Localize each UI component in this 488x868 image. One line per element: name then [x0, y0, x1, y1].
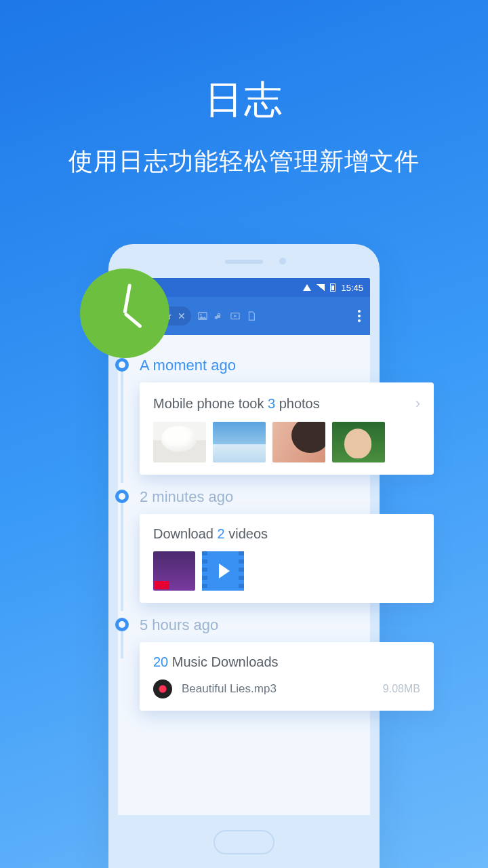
- wifi-icon: [303, 284, 311, 291]
- clock-badge-icon: [80, 269, 169, 358]
- music-row[interactable]: Beautiful Lies.mp3 9.08MB: [153, 679, 420, 698]
- log-card-photos[interactable]: Mobile phone took 3 photos ›: [140, 382, 434, 475]
- battery-icon: [330, 283, 336, 292]
- card-title: 20 Music Downloads: [153, 654, 420, 670]
- doc-tab-icon[interactable]: [247, 311, 256, 321]
- music-filename: Beautiful Lies.mp3: [182, 682, 373, 696]
- log-card-videos[interactable]: Download 2 videos evo: [140, 514, 434, 603]
- card-title: Mobile phone took 3 photos: [153, 396, 415, 412]
- disc-icon: [153, 679, 172, 698]
- entry-time: A moment ago: [140, 358, 434, 373]
- photo-thumbs: [153, 422, 420, 462]
- photo-thumb[interactable]: [332, 422, 385, 462]
- entry-time: 2 minutes ago: [140, 490, 434, 505]
- chip-close-icon[interactable]: ✕: [175, 311, 186, 321]
- photo-thumb[interactable]: [153, 422, 206, 462]
- promo-subtitle: 使用日志功能轻松管理新增文件: [0, 145, 488, 178]
- timeline-entry: 2 minutes ago Download 2 videos evo: [115, 490, 434, 603]
- category-tabs: [198, 311, 256, 321]
- timeline: A moment ago Mobile phone took 3 photos …: [115, 358, 434, 726]
- music-tab-icon[interactable]: [214, 311, 224, 321]
- promo-title: 日志: [0, 0, 488, 126]
- photo-thumb[interactable]: [213, 422, 266, 462]
- entry-time: 5 hours ago: [140, 618, 434, 633]
- log-card-music[interactable]: 20 Music Downloads Beautiful Lies.mp3 9.…: [140, 642, 434, 711]
- phone-camera: [279, 258, 286, 264]
- video-thumb[interactable]: [202, 551, 244, 591]
- status-time: 15:45: [341, 283, 363, 293]
- svg-point-1: [201, 314, 202, 315]
- card-title: Download 2 videos: [153, 526, 420, 542]
- music-filesize: 9.08MB: [383, 683, 420, 695]
- phone-speaker: [225, 260, 263, 264]
- timeline-entry: A moment ago Mobile phone took 3 photos …: [115, 358, 434, 475]
- timeline-entry: 5 hours ago 20 Music Downloads Beautiful…: [115, 618, 434, 711]
- overflow-menu-icon[interactable]: [355, 310, 363, 322]
- video-thumbs: evo: [153, 551, 420, 591]
- video-thumb[interactable]: evo: [153, 551, 195, 591]
- home-button[interactable]: [214, 830, 274, 854]
- timeline-dot-icon: [115, 618, 129, 631]
- chevron-right-icon[interactable]: ›: [415, 395, 420, 412]
- play-icon: [219, 564, 230, 578]
- signal-icon: [317, 284, 325, 291]
- photo-thumb[interactable]: [272, 422, 325, 462]
- timeline-dot-icon: [115, 490, 129, 503]
- image-tab-icon[interactable]: [198, 311, 207, 321]
- video-tab-icon[interactable]: [230, 311, 240, 321]
- timeline-dot-icon: [115, 358, 129, 372]
